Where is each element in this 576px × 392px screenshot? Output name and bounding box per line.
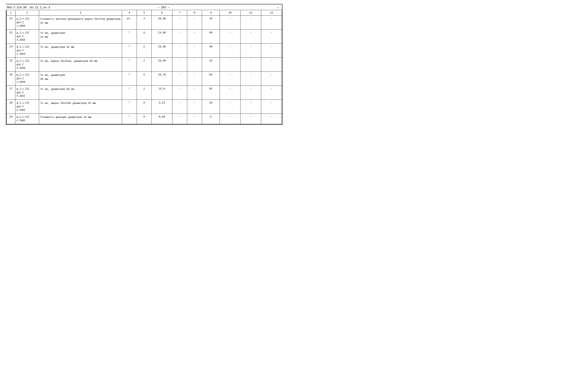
row-col5: 6: [137, 30, 151, 44]
row-col5: 4: [137, 16, 151, 30]
row-desc: То же, марки I5с22нж, диаметром 40 мм: [39, 58, 122, 72]
header-col3: 3: [39, 10, 122, 16]
row-col12: –: [261, 44, 282, 58]
row-col5: 2: [137, 86, 151, 100]
row-number: I2: [6, 16, 15, 30]
main-table: 1 2 3 4 5 6 7 8 9 10 11 12 I2Ц.I,ч.III д…: [6, 10, 282, 124]
row-ref: Ц.I,ч.III доп.I п.205I: [15, 86, 39, 100]
row-col12: –: [261, 30, 282, 44]
row-ref: Ц.I,ч.III п.I805: [15, 114, 39, 124]
row-col4: ": [122, 30, 137, 44]
table-row: I8Ц.I,ч.III доп.I п.2046То же, марки I5к…: [6, 100, 282, 114]
page-number: — 383 —: [54, 6, 273, 9]
table-row: I3Ц.I,ч.III доп.I п.2058То же, диаметром…: [6, 30, 282, 44]
row-col7: –: [172, 16, 187, 30]
row-col9: 44: [202, 16, 220, 30]
row-col12: –: [261, 100, 282, 114]
page-container: 903-I-224.86 .Ал.I2.I,кн.3 — 383 — ⌐: [6, 4, 282, 125]
table-row: I6Ц.I,ч.III доп.I п.2050То же, диаметром…: [6, 72, 282, 86]
row-col8: –: [187, 16, 202, 30]
row-col4: ": [122, 100, 137, 114]
header-row: 903-I-224.86 .Ал.I2.I,кн.3 — 383 — ⌐: [6, 6, 282, 9]
row-col10: –: [220, 100, 240, 114]
row-col4: ": [122, 58, 137, 72]
row-number: I7: [6, 86, 15, 100]
table-wrapper: 1 2 3 4 5 6 7 8 9 10 11 12 I2Ц.I,ч.III д…: [6, 10, 282, 125]
corner-mark: ⌐: [277, 6, 281, 9]
row-col8: –: [187, 44, 202, 58]
row-col6: I0,90: [151, 16, 172, 30]
header-col1: 1: [6, 10, 15, 16]
row-col11: –: [240, 114, 261, 124]
row-ref: Ц.I,ч.III доп.I п.2046: [15, 100, 39, 114]
row-number: I3: [6, 30, 15, 44]
row-number: I8: [6, 100, 15, 114]
row-col9: 62: [202, 86, 220, 100]
row-col11: –: [240, 72, 261, 86]
header-col6: 6: [151, 10, 172, 16]
row-number: I9: [6, 114, 15, 124]
row-col4: ": [122, 114, 137, 124]
row-desc: То же, марки I5кчI9п диаметром 25 мм: [39, 100, 122, 114]
row-col10: –: [220, 58, 240, 72]
row-col11: –: [240, 44, 261, 58]
row-col7: –: [172, 86, 187, 100]
row-col4: шт.: [122, 16, 137, 30]
row-col9: 5: [202, 114, 220, 124]
header-col12: 12: [261, 10, 282, 16]
row-ref: Ц.I,ч.III доп.I п.2058: [15, 30, 39, 44]
row-ref: Ц.I,ч.III доп.I п.2050: [15, 72, 39, 86]
row-col6: 3,I3: [151, 100, 172, 114]
row-col9: 28: [202, 100, 220, 114]
row-col11: –: [240, 100, 261, 114]
row-ref: Ц.I,ч.III доп.I п.2059: [15, 44, 39, 58]
header-col10: 10: [220, 10, 240, 16]
row-number: I5: [6, 58, 15, 72]
table-row: I5Ц.I,ч.III доп.I п.2049То же, марки I5с…: [6, 58, 282, 72]
row-col10: –: [220, 86, 240, 100]
row-col9: 33: [202, 58, 220, 72]
row-col11: –: [240, 16, 261, 30]
row-col5: 9: [137, 100, 151, 114]
row-col10: –: [220, 16, 240, 30]
row-col9: 40: [202, 44, 220, 58]
row-col6: 0,60: [151, 114, 172, 124]
row-col12: –: [261, 16, 282, 30]
row-col7: –: [172, 72, 187, 86]
row-col11: –: [240, 58, 261, 72]
row-ref: Ц.I,ч.III доп.I п.2056: [15, 16, 39, 30]
row-col12: –: [261, 86, 282, 100]
table-row: I7Ц.I,ч.III доп.I п.205IТо же, диаметром…: [6, 86, 282, 100]
row-col7: –: [172, 100, 187, 114]
row-col7: –: [172, 30, 187, 44]
header-col4: 4: [122, 10, 137, 16]
row-col12: –: [261, 58, 282, 72]
row-col10: –: [220, 72, 240, 86]
row-desc: Стоимость вентиля фланцевого марки I5с27…: [39, 16, 122, 30]
row-col7: –: [172, 44, 187, 58]
row-col6: I8,70: [151, 72, 172, 86]
table-row: I4Ц.I,ч.III доп.I п.2059То же, диаметром…: [6, 44, 282, 58]
row-desc: Стоимость фланцев диаметром I5 мм: [39, 114, 122, 124]
row-number: I4: [6, 44, 15, 58]
row-col8: –: [187, 72, 202, 86]
row-number: I6: [6, 72, 15, 86]
header-col11: 11: [240, 10, 261, 16]
row-col6: 3I,0: [151, 86, 172, 100]
header-col2: 2: [15, 10, 39, 16]
header-col8: 8: [187, 10, 202, 16]
row-col12: –: [261, 114, 282, 124]
row-col11: –: [240, 30, 261, 44]
row-col7: –: [172, 58, 187, 72]
row-col5: 5: [137, 72, 151, 86]
row-desc: То же, диаметром 50 мм: [39, 72, 122, 86]
row-col9: 89: [202, 30, 220, 44]
row-col8: –: [187, 58, 202, 72]
row-col12: –: [261, 72, 282, 86]
row-desc: То же, диаметром 65 мм: [39, 86, 122, 100]
row-col6: I9,80: [151, 44, 172, 58]
header-col9: 9: [202, 10, 220, 16]
row-col11: –: [240, 86, 261, 100]
table-header-row: 1 2 3 4 5 6 7 8 9 10 11 12: [6, 10, 282, 16]
row-col10: –: [220, 30, 240, 44]
